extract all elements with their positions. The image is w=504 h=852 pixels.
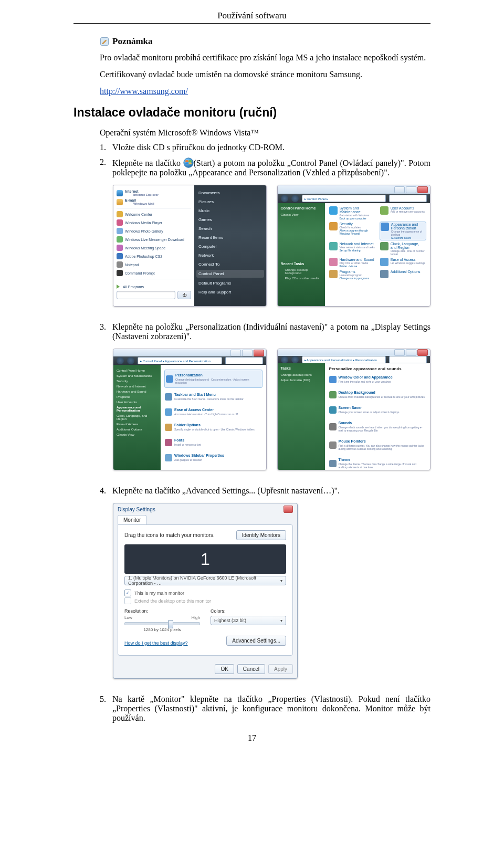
screenshot-personalization: ▸ Appearance and Personalization ▸ Perso… <box>277 349 431 470</box>
screenshot-start-menu: InternetInternet Explorer E-mailWindows … <box>113 185 267 307</box>
control-panel-category[interactable]: User AccountsAdd or remove user accounts <box>380 206 426 220</box>
start-menu-app-item[interactable]: Windows Photo Gallery <box>117 227 191 235</box>
sidebar-item[interactable]: Security <box>117 378 158 384</box>
note-pencil-icon <box>100 37 109 46</box>
appearance-item[interactable]: Taskbar and Start MenuCustomize the Star… <box>165 391 262 403</box>
sidebar-item[interactable]: Network and Internet <box>117 384 158 389</box>
apply-button[interactable]: Apply <box>268 664 293 674</box>
cancel-button[interactable]: Cancel <box>237 664 265 674</box>
step3-num: 3. <box>100 322 112 341</box>
colors-dropdown[interactable]: Highest (32 bit)▾ <box>211 616 286 625</box>
section-title: Instalace ovladače monitoru (ruční) <box>74 106 430 120</box>
samsung-link[interactable]: http://www.samsung.com/ <box>100 87 188 96</box>
ok-button[interactable]: OK <box>215 664 234 674</box>
step3-text: Klepněte na položku „Personalization (In… <box>112 322 430 341</box>
page-number: 17 <box>74 733 430 743</box>
control-panel-category[interactable]: System and MaintenanceGet started with W… <box>329 206 375 220</box>
start-menu-app-item[interactable]: Welcome Center <box>117 210 191 218</box>
appearance-item[interactable]: PersonalizationChange desktop background… <box>165 370 262 387</box>
step1-num: 1. <box>100 143 112 152</box>
start-menu-right-item[interactable]: Computer <box>198 242 261 251</box>
control-panel-category[interactable]: Ease of AccessLet Windows suggest settin… <box>380 258 426 268</box>
start-menu-app-item[interactable]: Windows Live Messenger Download <box>117 235 191 244</box>
start-menu-app-item[interactable]: Command Prompt <box>117 269 191 277</box>
windows-start-orb-icon <box>183 157 194 168</box>
start-menu-right-item[interactable]: Pictures <box>198 197 261 206</box>
sidebar-item[interactable]: Appearance and Personalization <box>117 405 158 413</box>
step2-num: 2. <box>100 157 112 177</box>
step1-text: Vložte disk CD s příručkou do jednotky C… <box>112 143 430 152</box>
control-panel-category[interactable]: ProgramsUninstall a programChange startu… <box>329 270 375 280</box>
monitor-preview[interactable]: 1 <box>124 544 286 574</box>
start-menu-app-item[interactable]: Notepad <box>117 260 191 269</box>
sidebar-item[interactable]: Hardware and Sound <box>117 389 158 394</box>
personalization-item[interactable]: Desktop BackgroundChoose from available … <box>329 388 426 401</box>
start-search-input[interactable] <box>117 291 175 299</box>
dialog-drag-hint: Drag the icons to match your monitors. <box>124 532 215 538</box>
control-panel-category[interactable]: SecurityCheck for updatesAllow a program… <box>329 222 375 240</box>
dialog-tab-monitor[interactable]: Monitor <box>118 515 146 524</box>
control-panel-category[interactable]: Clock, Language, and RegionChange date, … <box>380 242 426 256</box>
start-menu-right-item[interactable]: Recent Items <box>198 233 261 242</box>
sidebar-item[interactable]: Additional Options <box>117 427 158 432</box>
step4-num: 4. <box>100 486 112 496</box>
display-help-link[interactable]: How do I get the best display? <box>124 640 188 646</box>
sidebar-item[interactable]: System and Maintenance <box>117 373 158 378</box>
extend-desktop-checkbox[interactable] <box>124 597 131 604</box>
page-header: Používání softwaru <box>74 10 430 24</box>
sidebar-item[interactable]: User Accounts <box>117 399 158 405</box>
appearance-item[interactable]: Windows Sidebar PropertiesAdd gadgets to… <box>165 451 262 464</box>
sidebar-item[interactable]: Clock, Language, and Region <box>117 413 158 422</box>
note-para-2: Certifikovaný ovladač bude umístěn na do… <box>100 70 430 79</box>
start-menu-right-item[interactable]: Network <box>198 251 261 260</box>
start-menu-right-item[interactable]: Games <box>198 215 261 224</box>
sidebar-item[interactable]: Control Panel Home <box>117 368 158 373</box>
sidebar-item[interactable]: Classic View <box>117 432 158 437</box>
appearance-item[interactable]: Folder OptionsSpecify single- or double-… <box>165 421 262 433</box>
note-para-1: Pro ovladač monitoru probíhá certifikace… <box>100 53 430 62</box>
start-menu-app-item[interactable]: Windows Media Player <box>117 218 191 227</box>
control-panel-category[interactable]: Hardware and SoundPlay CDs or other medi… <box>329 258 375 268</box>
personalization-item[interactable]: Mouse PointersPick a different pointer. … <box>329 437 426 453</box>
start-menu-right-item[interactable]: Help and Support <box>198 288 261 297</box>
advanced-settings-button[interactable]: Advanced Settings... <box>226 636 286 646</box>
step5-text: Na kartě „Monitor" klepněte na tlačítko … <box>112 695 430 723</box>
identify-monitors-button[interactable]: Identify Monitors <box>236 530 286 540</box>
start-menu-right-item[interactable]: Documents <box>198 188 261 197</box>
note-label: Poznámka <box>112 36 153 47</box>
sidebar-item[interactable]: Ease of Access <box>117 422 158 427</box>
start-menu-app-item[interactable]: Windows Meeting Space <box>117 244 191 252</box>
personalization-item[interactable]: SoundsChange which sounds are heard when… <box>329 419 426 434</box>
step2-text: Klepněte na tlačítko (Start) a potom na … <box>112 157 430 177</box>
tasks-item[interactable]: Adjust font size (DPI) <box>281 377 322 383</box>
start-menu-right-item[interactable]: Search <box>198 224 261 233</box>
screenshot-appearance-personalization: ▸ Control Panel ▸ Appearance and Persona… <box>113 349 267 470</box>
dialog-close-button[interactable] <box>284 506 293 513</box>
appearance-item[interactable]: Ease of Access CenterAccommodate low vis… <box>165 406 262 418</box>
tasks-item[interactable]: Change desktop icons <box>281 372 322 377</box>
resolution-slider[interactable] <box>124 622 200 625</box>
personalization-item[interactable]: Screen SaverChange your screen saver or … <box>329 404 426 416</box>
step5-num: 5. <box>100 695 112 723</box>
start-menu-right-item[interactable]: Music <box>198 206 261 215</box>
os-line: Operační systém Microsoft® Windows Vista… <box>100 128 430 138</box>
appearance-item[interactable]: FontsInstall or remove a font <box>165 436 262 448</box>
dialog-title: Display Settings <box>118 507 155 512</box>
screenshot-display-settings-dialog: Display Settings Monitor Drag the icons … <box>113 503 298 679</box>
monitor-select-dropdown[interactable]: 1. (Multiple Monitors) on NVIDIA GeForce… <box>124 576 286 585</box>
control-panel-category[interactable]: Additional Options <box>380 270 426 280</box>
step4-text: Klepněte na tlačítko „Advanced Settings.… <box>112 486 430 496</box>
control-panel-category[interactable]: Network and InternetView network status … <box>329 242 375 256</box>
main-monitor-checkbox[interactable]: ✓ <box>124 590 131 596</box>
personalization-item[interactable]: ThemeChange the theme. Themes can change… <box>329 456 426 470</box>
start-menu-control-panel-item[interactable]: Control Panel <box>196 270 264 278</box>
control-panel-category[interactable]: Appearance and PersonalizationChange the… <box>380 222 426 240</box>
start-menu-right-item[interactable]: Connect To <box>198 260 261 269</box>
personalization-item[interactable]: Window Color and AppearanceFine tune the… <box>329 373 426 385</box>
sidebar-item[interactable]: Programs <box>117 394 158 399</box>
note-heading: Poznámka <box>100 36 430 47</box>
start-menu-right-item[interactable]: Default Programs <box>198 279 261 288</box>
start-menu-app-item[interactable]: Adobe Photoshop CS2 <box>117 252 191 260</box>
screenshot-control-panel: ▸ Control Panel ▸ Control Panel Home Cla… <box>277 185 431 307</box>
start-power-button[interactable]: ⏻ <box>177 291 191 299</box>
